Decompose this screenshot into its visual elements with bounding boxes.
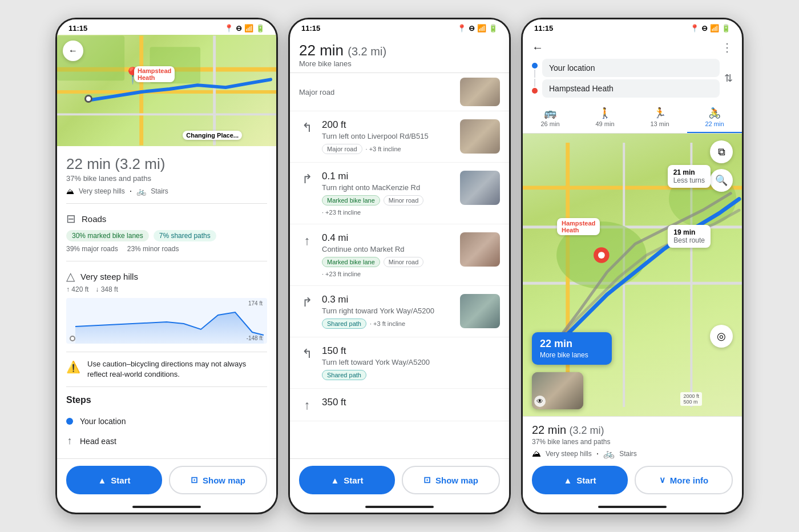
hills-icon-1: ⛰ (66, 187, 74, 196)
show-map-button-2[interactable]: ⊡ Show map (402, 466, 500, 494)
origin-input[interactable]: Your location (542, 59, 720, 77)
map-preview-1: ← 📍 HampsteadHeath Changing Place... (57, 35, 276, 146)
wifi-icon-3: 📶 (710, 24, 719, 33)
wifi-icon-2: 📶 (477, 24, 486, 33)
signal-icon: ⊖ (236, 24, 242, 33)
home-indicator-1 (57, 501, 276, 513)
compass-button[interactable]: ◎ (710, 325, 733, 348)
home-bar-2 (365, 506, 434, 508)
bike-time: 22 min (705, 120, 724, 127)
road-stats: 39% major roads 23% minor roads (66, 245, 267, 253)
dir-arrow-4: ↱ (299, 295, 315, 310)
start-button-3[interactable]: ▲ Start (532, 466, 628, 494)
more-options-button[interactable]: ⋮ (721, 41, 733, 54)
streetview-thumbnail[interactable]: 👁 (532, 372, 583, 409)
start-button-2[interactable]: ▲ Start (299, 466, 395, 494)
dir-street-3: Continue onto Market Rd (322, 245, 453, 253)
location-icon-3: 📍 (690, 24, 699, 33)
alt-route-label-1[interactable]: 21 min Less turns (668, 165, 711, 188)
phone-3: 11:15 📍 ⊖ 📶 🔋 ← ⋮ Your (521, 18, 744, 514)
p3-nav: ← ⋮ (532, 41, 733, 54)
shared-paths-tag: 7% shared paths (154, 230, 216, 241)
walk-time: 49 min (595, 120, 614, 127)
destination-input[interactable]: Hampstead Heath (542, 79, 720, 98)
destination-label: HampsteadHeath (134, 66, 175, 82)
dot-line (534, 70, 535, 78)
status-bar-3: 11:15 📍 ⊖ 📶 🔋 (523, 19, 742, 35)
steps-title-1: Steps (66, 395, 267, 405)
overlay-desc: More bike lanes (540, 351, 604, 359)
dir-tags-5: Shared path (322, 370, 453, 380)
elev-low: -148 ft (247, 335, 263, 341)
dir-img-1 (460, 119, 500, 154)
hills-stats: ↑ 420 ft ↓ 348 ft (66, 285, 267, 293)
dir-dist-5: 150 ft (322, 345, 453, 357)
show-map-button-1[interactable]: ⊡ Show map (169, 466, 267, 494)
stairs-icon-1: 🚲 (136, 187, 146, 196)
home-indicator-3 (523, 501, 742, 513)
swap-button[interactable]: ⇅ (724, 72, 733, 84)
battery-icon-2: 🔋 (489, 24, 498, 33)
main-route-overlay[interactable]: 22 min More bike lanes (532, 332, 612, 365)
partial-step: Major road (290, 73, 509, 111)
start-button-1[interactable]: ▲ Start (66, 466, 162, 494)
tab-bike[interactable]: 🚴 22 min (687, 103, 742, 133)
dir-tag-2b: Minor road (384, 195, 424, 205)
alt-route-label-2[interactable]: 19 min Best route (668, 225, 711, 248)
home-bar-3 (598, 506, 667, 508)
step-your-location: Your location (66, 412, 267, 430)
road-tags: 30% marked bike lanes 7% shared paths (66, 230, 267, 241)
tab-transit[interactable]: 🚌 26 min (523, 103, 578, 133)
phones-container: 11:15 📍 ⊖ 📶 🔋 (55, 18, 744, 514)
transport-tabs: 🚌 26 min 🚶 49 min 🏃 13 min 🚴 22 min (523, 101, 742, 134)
hills-down: ↓ 348 ft (95, 285, 118, 293)
step-text-1: Your location (80, 417, 126, 426)
dir-dist-1: 200 ft (322, 119, 453, 131)
back-button-1[interactable]: ← (63, 41, 83, 61)
p3-input-box: Your location Hampstead Heath ⇅ (532, 59, 733, 98)
more-info-icon: ∨ (659, 475, 665, 485)
tab-run[interactable]: 🏃 13 min (632, 103, 687, 133)
bike-lanes-tag: 30% marked bike lanes (66, 230, 149, 241)
hills-up: ↑ 420 ft (66, 285, 88, 293)
major-roads-stat: 39% major roads (66, 245, 118, 253)
steps-section-1: Steps Your location ↑ Head east (57, 387, 276, 458)
dir-incline-2: · +23 ft incline (322, 209, 361, 216)
dir-tag-3a: Marked bike lane (322, 257, 380, 267)
p3-header: ← ⋮ Your location Hampstead Heath ⇅ (523, 35, 742, 101)
dir-street-1: Turn left onto Liverpool Rd/B515 (322, 132, 453, 140)
walk-icon: 🚶 (599, 107, 611, 119)
layers-button[interactable]: ⧉ (710, 140, 733, 163)
dir-info-4: 0.3 mi Turn right toward York Way/A5200 … (322, 294, 453, 329)
status-icons-3: 📍 ⊖ 📶 🔋 (690, 24, 731, 33)
p3-bottom: 22 min (3.2 mi) 37% bike lanes and paths… (523, 416, 742, 501)
step-text-2: Head east (80, 437, 116, 446)
p3-map[interactable]: HampsteadHeath ⧉ 🔍 ◎ 21 min Less turns 2… (523, 134, 742, 416)
dir-tag-5a: Shared path (322, 370, 366, 380)
battery-icon: 🔋 (256, 24, 265, 33)
hills-title: △ Very steep hills (66, 269, 267, 283)
scroll-content-2[interactable]: ↰ 200 ft Turn left onto Liverpool Rd/B51… (290, 111, 509, 458)
back-button-3[interactable]: ← (532, 41, 543, 54)
caution-box: ⚠️ Use caution–bicycling directions may … (57, 352, 276, 386)
dir-incline-3: · +23 ft incline (322, 271, 361, 277)
tab-walk[interactable]: 🚶 49 min (578, 103, 632, 133)
p3-bottom-time: 22 min (3.2 mi) (532, 424, 733, 437)
more-info-button[interactable]: ∨ More info (635, 466, 733, 494)
p3-dest-label: HampsteadHeath (557, 218, 600, 235)
svg-marker-7 (75, 312, 264, 344)
map-pin-origin (84, 95, 92, 103)
elevation-chart: 174 ft -148 ft (66, 298, 267, 344)
p2-route-time: 22 min (3.2 mi) (299, 42, 500, 59)
elev-high: 174 ft (248, 300, 263, 307)
run-icon: 🏃 (653, 107, 666, 119)
bottom-bar-2: ▲ Start ⊡ Show map (290, 458, 509, 501)
location-icon: 📍 (224, 24, 233, 33)
search-map-button[interactable]: 🔍 (710, 169, 733, 192)
start-icon-1: ▲ (98, 475, 106, 485)
bike-icon: 🚴 (708, 107, 721, 119)
scroll-content-1[interactable]: 22 min (3.2 mi) 37% bike lanes and paths… (57, 146, 276, 458)
dir-info-1: 200 ft Turn left onto Liverpool Rd/B515 … (322, 119, 453, 154)
time-2: 11:15 (301, 24, 320, 33)
dir-info-6: 350 ft (322, 397, 500, 408)
